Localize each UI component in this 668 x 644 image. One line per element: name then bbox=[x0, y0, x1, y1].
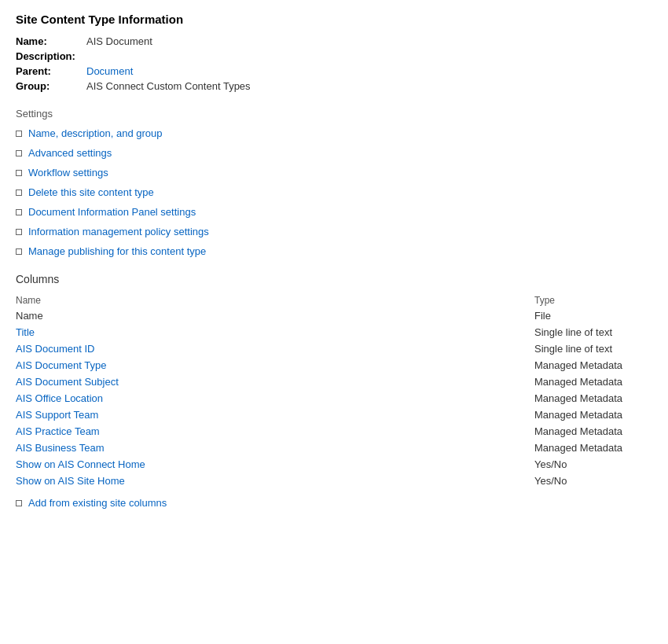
description-row: Description: bbox=[16, 50, 652, 62]
table-row: AIS Support TeamManaged Metadata bbox=[16, 407, 652, 423]
table-row: Show on AIS Site HomeYes/No bbox=[16, 473, 652, 489]
columns-header-row: Name Type bbox=[16, 293, 652, 307]
bullet-icon bbox=[16, 190, 22, 196]
column-type-5: Managed Metadata bbox=[534, 390, 652, 407]
column-name-link-10[interactable]: Show on AIS Site Home bbox=[16, 475, 125, 487]
settings-item-workflow-settings: Workflow settings bbox=[16, 167, 652, 178]
settings-link-name-desc-group[interactable]: Name, description, and group bbox=[28, 127, 163, 139]
settings-link-info-mgmt-policy[interactable]: Information management policy settings bbox=[28, 226, 209, 237]
column-type-8: Managed Metadata bbox=[534, 440, 652, 456]
table-row: TitleSingle line of text bbox=[16, 324, 652, 340]
column-type-4: Managed Metadata bbox=[534, 374, 652, 390]
settings-link-workflow-settings[interactable]: Workflow settings bbox=[28, 167, 108, 178]
column-name-link-2[interactable]: AIS Document ID bbox=[16, 343, 94, 355]
columns-heading: Columns bbox=[16, 273, 652, 285]
settings-link-doc-info-panel[interactable]: Document Information Panel settings bbox=[28, 206, 196, 218]
table-row: AIS Document SubjectManaged Metadata bbox=[16, 374, 652, 390]
bullet-icon bbox=[16, 131, 22, 137]
column-name-link-7[interactable]: AIS Practice Team bbox=[16, 425, 100, 437]
settings-link-manage-publishing[interactable]: Manage publishing for this content type bbox=[28, 245, 206, 257]
parent-row: Parent: Document bbox=[16, 65, 652, 77]
settings-item-delete-content-type: Delete this site content type bbox=[16, 186, 652, 198]
bullet-icon bbox=[16, 209, 22, 215]
column-type-10: Yes/No bbox=[534, 473, 652, 489]
column-name-link-1[interactable]: Title bbox=[16, 326, 35, 338]
columns-section: Columns Name Type NameFileTitleSingle li… bbox=[16, 273, 652, 509]
group-row: Group: AIS Connect Custom Content Types bbox=[16, 80, 652, 92]
col-name-header: Name bbox=[16, 293, 534, 307]
column-name-link-5[interactable]: AIS Office Location bbox=[16, 392, 103, 404]
settings-link-advanced-settings[interactable]: Advanced settings bbox=[28, 147, 112, 159]
table-row: AIS Practice TeamManaged Metadata bbox=[16, 423, 652, 440]
name-label: Name: bbox=[16, 35, 86, 47]
settings-list: Name, description, and groupAdvanced set… bbox=[16, 127, 652, 257]
add-link-row: Add from existing site columns bbox=[16, 497, 652, 509]
table-row: AIS Business TeamManaged Metadata bbox=[16, 440, 652, 456]
bullet-icon bbox=[16, 170, 22, 176]
col-type-header: Type bbox=[534, 293, 652, 307]
add-from-existing-link[interactable]: Add from existing site columns bbox=[28, 497, 167, 509]
name-row: Name: AIS Document bbox=[16, 35, 652, 47]
settings-item-manage-publishing: Manage publishing for this content type bbox=[16, 245, 652, 257]
column-name-link-8[interactable]: AIS Business Team bbox=[16, 442, 104, 454]
bullet-icon bbox=[16, 150, 22, 156]
parent-link[interactable]: Document bbox=[86, 65, 133, 77]
content-type-info: Name: AIS Document Description: Parent: … bbox=[16, 35, 652, 92]
column-type-2: Single line of text bbox=[534, 340, 652, 357]
column-name-0: Name bbox=[16, 307, 534, 324]
bullet-icon bbox=[16, 248, 22, 255]
settings-item-info-mgmt-policy: Information management policy settings bbox=[16, 226, 652, 237]
column-name-link-9[interactable]: Show on AIS Connect Home bbox=[16, 458, 145, 470]
parent-label: Parent: bbox=[16, 65, 86, 77]
column-type-3: Managed Metadata bbox=[534, 357, 652, 374]
column-type-1: Single line of text bbox=[534, 324, 652, 340]
table-row: AIS Document IDSingle line of text bbox=[16, 340, 652, 357]
name-value: AIS Document bbox=[86, 35, 152, 47]
table-row: NameFile bbox=[16, 307, 652, 324]
settings-item-doc-info-panel: Document Information Panel settings bbox=[16, 206, 652, 218]
group-value: AIS Connect Custom Content Types bbox=[86, 80, 251, 92]
table-row: AIS Office LocationManaged Metadata bbox=[16, 390, 652, 407]
column-name-link-3[interactable]: AIS Document Type bbox=[16, 359, 106, 371]
column-type-6: Managed Metadata bbox=[534, 407, 652, 423]
add-link-bullet bbox=[16, 500, 22, 506]
column-name-link-4[interactable]: AIS Document Subject bbox=[16, 376, 119, 388]
page-title: Site Content Type Information bbox=[16, 13, 652, 26]
column-type-0: File bbox=[534, 307, 652, 324]
settings-link-delete-content-type[interactable]: Delete this site content type bbox=[28, 186, 154, 198]
column-type-7: Managed Metadata bbox=[534, 423, 652, 440]
settings-item-name-desc-group: Name, description, and group bbox=[16, 127, 652, 139]
group-label: Group: bbox=[16, 80, 86, 92]
column-type-9: Yes/No bbox=[534, 456, 652, 473]
table-row: Show on AIS Connect HomeYes/No bbox=[16, 456, 652, 473]
column-name-link-6[interactable]: AIS Support Team bbox=[16, 409, 98, 421]
description-label: Description: bbox=[16, 50, 86, 62]
columns-table: Name Type NameFileTitleSingle line of te… bbox=[16, 293, 652, 489]
settings-item-advanced-settings: Advanced settings bbox=[16, 147, 652, 159]
bullet-icon bbox=[16, 229, 22, 235]
table-row: AIS Document TypeManaged Metadata bbox=[16, 357, 652, 374]
settings-heading: Settings bbox=[16, 108, 652, 120]
